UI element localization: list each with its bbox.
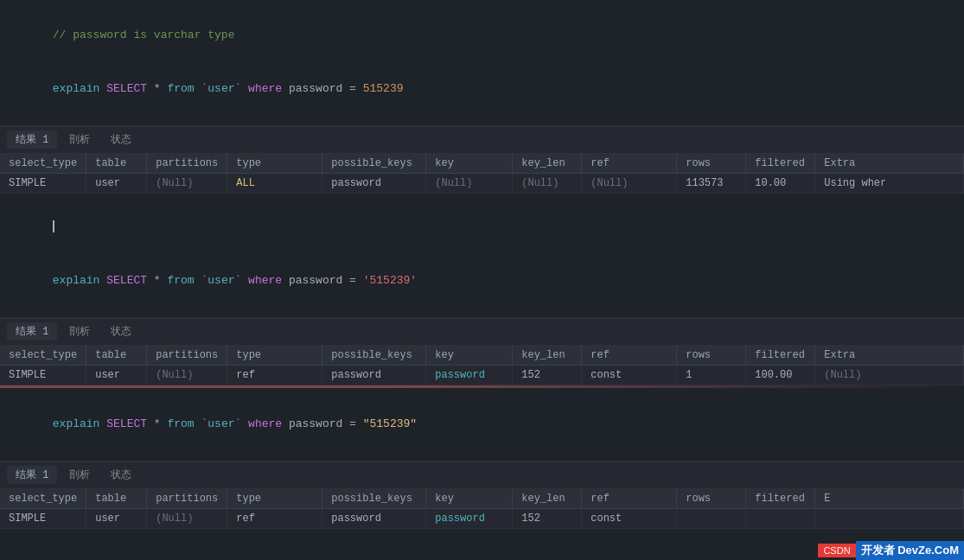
th-key-len-3: key_len [513, 489, 582, 509]
text-cursor [53, 220, 54, 232]
keyword-explain: explain [53, 82, 106, 95]
td-ref: (Null) [582, 173, 677, 193]
keyword-explain-3: explain [53, 417, 106, 430]
tab-result-3[interactable]: 结果 1 [7, 466, 57, 484]
watermark-csdn: CSDN [818, 544, 855, 557]
th-rows-2: rows [677, 346, 746, 366]
th-key: key [426, 154, 513, 174]
td-rows-2: 1 [677, 365, 746, 385]
keyword-from-2: from [167, 274, 194, 287]
th-possible-keys-2: possible_keys [322, 346, 426, 366]
td-key-len-2: 152 [513, 365, 582, 385]
value-double: "515239" [363, 417, 417, 430]
field-password: password [289, 82, 342, 95]
td-partitions: (Null) [147, 173, 227, 193]
th-partitions-2: partitions [147, 346, 227, 366]
td-key-len-3: 152 [513, 508, 582, 528]
th-rows: rows [677, 154, 746, 174]
td-possible-keys-3: password [322, 508, 426, 528]
th-possible-keys-3: possible_keys [322, 489, 426, 509]
table-name-2: `user` [195, 274, 242, 287]
td-filtered-2: 100.00 [746, 365, 815, 385]
tab-bar-2: 结果 1 剖析 状态 [0, 318, 964, 346]
comment-text: // password is varchar type [53, 29, 235, 41]
td-type-2: ref [227, 365, 322, 385]
td-rows: 113573 [677, 173, 746, 193]
td-ref-2: const [582, 365, 677, 385]
comment-line: // password is varchar type [12, 9, 952, 62]
keyword-where-3: where [241, 417, 289, 430]
results-table-1: select_type table partitions type possib… [0, 154, 964, 194]
section-1: // password is varchar type explain SELE… [0, 0, 964, 194]
field-password-3: password [289, 417, 342, 430]
table-header-row-3: select_type table partitions type possib… [0, 489, 964, 509]
tab-status-1[interactable]: 状态 [102, 130, 140, 149]
table-name-3: `user` [195, 417, 242, 430]
th-possible-keys: possible_keys [322, 154, 426, 174]
tab-result-2[interactable]: 结果 1 [7, 322, 57, 340]
sql-line-1: explain SELECT * from `user` where passw… [12, 62, 952, 116]
th-rows-3: rows [677, 489, 746, 509]
tab-analyze-1[interactable]: 剖析 [61, 130, 99, 149]
th-type-2: type [227, 346, 322, 366]
th-ref-3: ref [582, 489, 677, 509]
watermark: CSDN 开发者 DevZe.CoM [818, 541, 964, 560]
table-header-row-1: select_type table partitions type possib… [0, 154, 964, 174]
td-table-3: user [86, 508, 147, 528]
tab-bar-1: 结果 1 剖析 状态 [0, 126, 964, 154]
td-key: (Null) [426, 173, 513, 193]
code-area-1[interactable]: // password is varchar type explain SELE… [0, 0, 964, 126]
td-rows-3 [677, 508, 746, 528]
cursor-line [12, 200, 952, 254]
td-filtered-3 [746, 508, 815, 528]
code-area-2[interactable]: explain SELECT * from `user` where passw… [0, 194, 964, 318]
td-type-3: ref [227, 508, 322, 528]
tab-status-2[interactable]: 状态 [102, 322, 140, 340]
keyword-select: SELECT [106, 82, 147, 95]
td-possible-keys: password [322, 173, 426, 193]
tab-analyze-2[interactable]: 剖析 [61, 322, 99, 340]
tab-status-3[interactable]: 状态 [102, 466, 140, 484]
th-filtered: filtered [746, 154, 815, 174]
th-select-type: select_type [0, 154, 86, 174]
section-2: explain SELECT * from `user` where passw… [0, 194, 964, 388]
tab-analyze-3[interactable]: 剖析 [61, 466, 99, 484]
operator: = [342, 82, 362, 95]
th-partitions: partitions [147, 154, 227, 174]
table-row-2: SIMPLE user (Null) ref password password… [0, 365, 964, 385]
code-area-3[interactable]: explain SELECT * from `user` where passw… [0, 388, 964, 461]
results-table-3: select_type table partitions type possib… [0, 489, 964, 529]
table-name: `user` [195, 82, 242, 95]
td-key-3: password [426, 508, 513, 528]
td-extra-2: (Null) [815, 365, 964, 385]
th-extra-2: Extra [815, 346, 964, 366]
tab-result-1[interactable]: 结果 1 [7, 130, 57, 149]
td-key-len: (Null) [513, 173, 582, 193]
td-table: user [86, 173, 147, 193]
keyword-select-3: SELECT [106, 417, 147, 430]
td-filtered: 10.00 [746, 173, 815, 193]
sql-line-2: explain SELECT * from `user` where passw… [12, 254, 952, 308]
th-partitions-3: partitions [147, 489, 227, 509]
star: * [147, 82, 167, 95]
td-partitions-2: (Null) [147, 365, 227, 385]
results-table-2: select_type table partitions type possib… [0, 346, 964, 385]
operator-3: = [342, 417, 362, 430]
td-ref-3: const [582, 508, 677, 528]
th-ref-2: ref [582, 346, 677, 366]
field-password-2: password [289, 274, 342, 287]
th-select-type-3: select_type [0, 489, 86, 509]
td-partitions-3: (Null) [147, 508, 227, 528]
tab-bar-3: 结果 1 剖析 状态 [0, 461, 964, 489]
keyword-where-2: where [241, 274, 289, 287]
th-table-3: table [86, 489, 147, 509]
td-possible-keys-2: password [322, 365, 426, 385]
keyword-explain-2: explain [53, 274, 106, 287]
th-select-type-2: select_type [0, 346, 86, 366]
star-3: * [147, 417, 167, 430]
td-extra: Using wher [815, 173, 964, 193]
th-table: table [86, 154, 147, 174]
td-select-type-2: SIMPLE [0, 365, 86, 385]
th-type: type [227, 154, 322, 174]
th-table-2: table [86, 346, 147, 366]
